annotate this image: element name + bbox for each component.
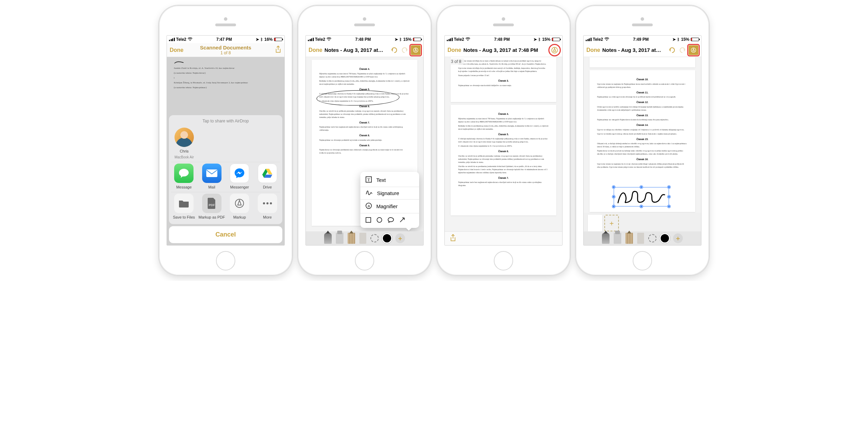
status-time: 7:47 PM: [216, 37, 232, 42]
marker-tool[interactable]: [336, 233, 343, 244]
svg-rect-11: [366, 218, 371, 222]
doc-section-title: Članak 4.: [319, 67, 410, 71]
lasso-tool[interactable]: [648, 234, 657, 242]
phone-share-sheet: Tele2 7:47 PM ➤ ᛒ 16% Done Scanned Docum…: [159, 6, 292, 275]
markup-toolbar: ＋: [306, 231, 423, 245]
share-sheet: Tap to share with AirDrop Chris MacBook …: [169, 115, 282, 243]
document-view[interactable]: Članak 4. Mjesečna najamnina za stan izn…: [306, 57, 423, 245]
lasso-tool[interactable]: [370, 234, 379, 242]
pen-tool[interactable]: [324, 233, 332, 244]
svg-text:T: T: [367, 177, 370, 182]
nav-title: Notes - Aug 3, 2017 at…: [602, 47, 666, 53]
pen-tool[interactable]: [602, 233, 610, 244]
location-icon: ➤: [256, 37, 259, 42]
signature-selection[interactable]: [614, 187, 669, 206]
status-bar: Tele2 7:48 PM ➤ ᛒ 15%: [445, 36, 562, 43]
more-icon: [258, 194, 277, 213]
shape-arrow[interactable]: [399, 217, 405, 223]
battery-icon: [413, 38, 421, 41]
pencil-tool[interactable]: [625, 233, 633, 244]
popover-item-magnifier[interactable]: a Magnifier: [360, 200, 419, 213]
signature-scribble: [614, 187, 669, 206]
phone-signature: Tele2 7:49 PM ➤ ᛒ 15% Done Notes - Aug 3…: [576, 6, 709, 275]
cancel-button[interactable]: Cancel: [169, 226, 282, 243]
done-button[interactable]: Done: [586, 47, 600, 53]
nav-bar: Done Notes - Aug 3, 2017 at 7:48 PM: [445, 43, 562, 57]
airdrop-contact[interactable]: Chris MacBook Air: [170, 128, 198, 159]
home-button[interactable]: [633, 251, 652, 270]
markup-toolbar: ＋: [584, 231, 701, 245]
doc-section-title: Članak 8.: [319, 134, 410, 138]
doc-section-title: Članak 3.: [458, 79, 549, 83]
doc-section-title: Članak 15.: [597, 138, 688, 141]
document-scroll-view[interactable]: 3 of 8 Ugovorne strane utvrđuju da se st…: [445, 57, 562, 245]
shape-speech-bubble[interactable]: [387, 217, 394, 223]
signal-icon: [169, 38, 175, 41]
status-bar: Tele2 7:49 PM ➤ ᛒ 15%: [584, 36, 701, 43]
home-button[interactable]: [216, 251, 235, 270]
eraser-tool[interactable]: [359, 233, 366, 244]
action-markup[interactable]: Markup: [226, 194, 253, 219]
doc-section-title: Članak 12.: [597, 101, 688, 104]
shape-circle[interactable]: [376, 217, 383, 223]
nav-bar: Done Notes - Aug 3, 2017 at…: [584, 43, 701, 57]
share-app-message[interactable]: Message: [170, 164, 198, 189]
popover-item-signature[interactable]: Signature: [360, 187, 419, 199]
add-annotation-button[interactable]: ＋: [395, 233, 405, 243]
wifi-icon: [327, 37, 331, 42]
add-annotation-button[interactable]: ＋: [673, 233, 683, 243]
markup-toggle-button[interactable]: [550, 45, 559, 55]
signal-icon: [586, 38, 592, 41]
done-button[interactable]: Done: [447, 47, 461, 53]
share-app-drive[interactable]: Drive: [254, 164, 281, 189]
share-app-mail[interactable]: Mail: [198, 164, 226, 189]
markup-toggle-button[interactable]: [411, 45, 421, 55]
color-picker[interactable]: [661, 234, 669, 242]
share-button[interactable]: [275, 45, 282, 55]
bluetooth-icon: ᛒ: [538, 37, 541, 41]
home-button[interactable]: [494, 251, 513, 270]
add-page-button[interactable]: ＋: [604, 215, 619, 231]
status-carrier: Tele2: [176, 37, 187, 42]
popover-item-text[interactable]: T Text: [360, 173, 419, 187]
battery-icon: [274, 38, 282, 41]
wifi-icon: [604, 37, 609, 42]
done-button[interactable]: Done: [309, 47, 322, 53]
action-more[interactable]: More: [254, 194, 281, 219]
redo-button[interactable]: [678, 46, 687, 54]
svg-rect-0: [206, 169, 217, 177]
action-save-to-files[interactable]: Save to Files: [170, 194, 198, 219]
document-view[interactable]: Članak 10. Ugovorne strane su suglasne d…: [584, 57, 701, 245]
done-button[interactable]: Done: [170, 47, 183, 53]
share-button[interactable]: [450, 234, 456, 243]
eraser-tool[interactable]: [637, 233, 644, 244]
status-battery-pct: 15%: [681, 37, 689, 42]
doc-section-title: Članak 9.: [319, 144, 410, 148]
status-battery-pct: 15%: [542, 37, 550, 42]
marker-tool[interactable]: [614, 233, 621, 244]
status-bar: Tele2 7:47 PM ➤ ᛒ 16%: [167, 36, 284, 43]
doc-section-title: Članak 6.: [458, 150, 549, 154]
pencil-tool[interactable]: [348, 233, 355, 244]
markup-toggle-button[interactable]: [689, 45, 698, 55]
undo-button[interactable]: [390, 46, 398, 54]
scanned-document-view[interactable]: Jasmin Zlatić iz Rovinja, ul. A. Starčev…: [167, 57, 284, 245]
markup-icon: [230, 194, 249, 213]
color-picker[interactable]: [383, 234, 391, 242]
undo-button[interactable]: [668, 46, 676, 54]
action-markup-as-pdf[interactable]: PDF Markup as PDF: [198, 194, 226, 219]
status-time: 7:48 PM: [355, 37, 371, 42]
page-thumbnails[interactable]: ＋: [584, 213, 701, 233]
shape-square[interactable]: [365, 217, 371, 223]
share-app-messenger[interactable]: Messenger: [226, 164, 253, 189]
svg-point-5: [270, 202, 272, 204]
status-bar: Tele2 7:48 PM ➤ ᛒ 15%: [306, 36, 423, 43]
redo-button[interactable]: [400, 46, 409, 54]
avatar: [174, 128, 194, 147]
home-button[interactable]: [355, 251, 374, 270]
status-carrier: Tele2: [454, 37, 464, 42]
page-thumb[interactable]: [588, 215, 602, 231]
status-carrier: Tele2: [315, 37, 326, 42]
folder-icon: [174, 194, 194, 213]
device-speaker: [215, 17, 236, 26]
